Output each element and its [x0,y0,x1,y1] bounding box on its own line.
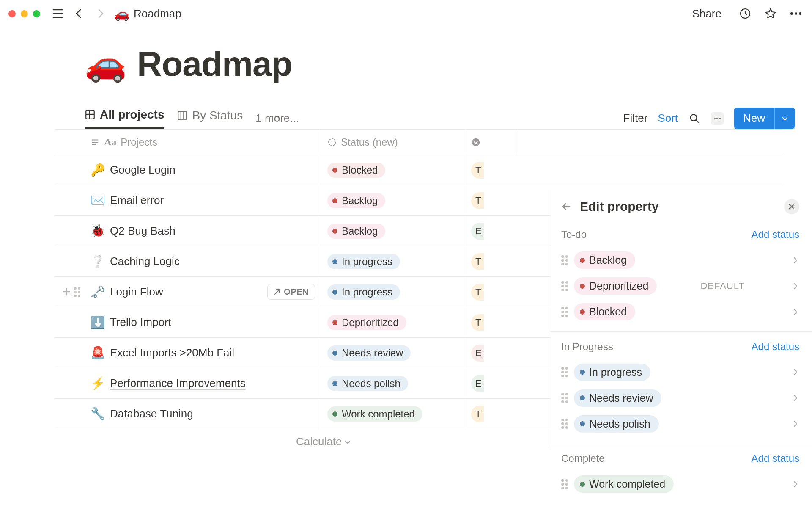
drag-handle-icon[interactable] [74,348,80,358]
cell-status[interactable]: Needs review [321,338,465,368]
cell-partial[interactable]: T [465,155,516,185]
add-row-icon[interactable] [62,378,71,389]
add-row-icon[interactable] [62,226,71,236]
share-button[interactable]: Share [692,7,721,20]
partial-pill: E [471,375,484,392]
new-button-dropdown[interactable] [774,108,795,129]
drag-handle-icon[interactable] [561,419,568,429]
add-status-button[interactable]: Add status [752,341,799,353]
filter-button[interactable]: Filter [623,112,648,125]
drag-handle-icon[interactable] [74,378,80,389]
cell-partial[interactable]: T [465,185,516,215]
add-row-icon[interactable] [62,165,71,175]
cell-project[interactable]: ❔ Caching Logic [85,246,321,276]
status-option-row[interactable]: Needs review [561,385,799,411]
cell-status[interactable]: Deprioritized [321,307,465,337]
window-maximize-button[interactable] [33,10,40,17]
cell-partial[interactable]: E [465,338,516,368]
open-page-button[interactable]: OPEN [267,284,315,300]
tab-by-status[interactable]: By Status [177,109,243,128]
table-row[interactable]: 🔑 Google Login Blocked T [55,155,782,185]
cell-project[interactable]: ✉️ Email error [85,185,321,215]
add-row-icon[interactable] [62,287,71,297]
view-options-icon[interactable] [711,112,724,125]
chevron-right-icon[interactable] [792,394,799,402]
tab-all-projects[interactable]: All projects [85,108,164,129]
breadcrumb[interactable]: 🚗 Roadmap [114,6,181,21]
status-option-row[interactable]: Blocked [561,299,799,325]
drag-handle-icon[interactable] [74,287,80,297]
drag-handle-icon[interactable] [561,281,568,291]
window-minimize-button[interactable] [21,10,28,17]
cell-status[interactable]: Work completed [321,399,465,429]
drag-handle-icon[interactable] [561,479,568,489]
sort-button[interactable]: Sort [658,112,678,125]
add-row-icon[interactable] [62,257,71,267]
cell-partial[interactable]: T [465,277,516,307]
column-header-hidden[interactable] [465,130,516,155]
drag-handle-icon[interactable] [561,367,568,377]
cell-partial[interactable]: T [465,307,516,337]
cell-status[interactable]: Backlog [321,185,465,215]
cell-status[interactable]: Blocked [321,155,465,185]
status-option-row[interactable]: Work completed [561,471,799,497]
cell-status[interactable]: Needs polish [321,368,465,398]
cell-project[interactable]: 🔑 Google Login [85,155,321,185]
window-close-button[interactable] [8,10,16,17]
add-status-button[interactable]: Add status [752,229,799,240]
drag-handle-icon[interactable] [74,409,80,419]
cell-status[interactable]: In progress [321,246,465,276]
cell-partial[interactable]: T [465,399,516,429]
cell-project[interactable]: ⬇️ Trello Import [85,307,321,337]
column-header-projects[interactable]: Aa Projects [85,130,321,155]
drag-handle-icon[interactable] [561,393,568,403]
status-option-row[interactable]: Needs polish [561,411,799,437]
cell-status[interactable]: In progress [321,277,465,307]
add-status-button[interactable]: Add status [752,453,799,464]
panel-back-icon[interactable] [561,202,571,212]
hamburger-icon[interactable] [50,6,66,21]
add-row-icon[interactable] [62,348,71,358]
nav-forward-button[interactable] [93,6,108,21]
drag-handle-icon[interactable] [74,165,80,175]
updates-icon[interactable] [738,6,753,21]
search-icon[interactable] [688,112,701,125]
drag-handle-icon[interactable] [74,318,80,328]
cell-status[interactable]: Backlog [321,216,465,246]
drag-handle-icon[interactable] [74,226,80,236]
chevron-right-icon[interactable] [792,480,799,488]
cell-project[interactable]: 🚨 Excel Imports >20Mb Fail [85,338,321,368]
status-option-row[interactable]: Deprioritized DEFAULT [561,273,799,299]
drag-handle-icon[interactable] [74,196,80,206]
chevron-right-icon[interactable] [792,420,799,428]
chevron-right-icon[interactable] [792,308,799,316]
cell-project[interactable]: 🐞 Q2 Bug Bash [85,216,321,246]
chevron-right-icon[interactable] [792,282,799,290]
default-tag: DEFAULT [700,281,744,292]
status-option-row[interactable]: In progress [561,359,799,385]
new-button[interactable]: New [734,108,795,129]
drag-handle-icon[interactable] [561,307,568,317]
status-option-row[interactable]: Backlog [561,247,799,273]
cell-partial[interactable]: E [465,368,516,398]
drag-handle-icon[interactable] [561,255,568,265]
chevron-right-icon[interactable] [792,368,799,376]
cell-partial[interactable]: E [465,216,516,246]
cell-project[interactable]: 🗝️ Login Flow OPEN [85,277,321,307]
chevron-right-icon[interactable] [792,257,799,264]
page-heading[interactable]: Roadmap [137,44,292,84]
add-row-icon[interactable] [62,196,71,206]
cell-project[interactable]: ⚡ Performance Improvements [85,368,321,398]
cell-partial[interactable]: T [465,246,516,276]
favorite-star-icon[interactable] [763,6,778,21]
add-row-icon[interactable] [62,409,71,419]
add-row-icon[interactable] [62,318,71,328]
more-menu-icon[interactable] [788,6,804,21]
nav-back-button[interactable] [71,6,87,21]
panel-close-icon[interactable] [784,199,799,214]
page-emoji[interactable]: 🚗 [85,47,127,81]
column-header-status[interactable]: Status (new) [321,130,465,155]
cell-project[interactable]: 🔧 Database Tuning [85,399,321,429]
drag-handle-icon[interactable] [74,257,80,267]
more-views[interactable]: 1 more... [255,112,299,125]
